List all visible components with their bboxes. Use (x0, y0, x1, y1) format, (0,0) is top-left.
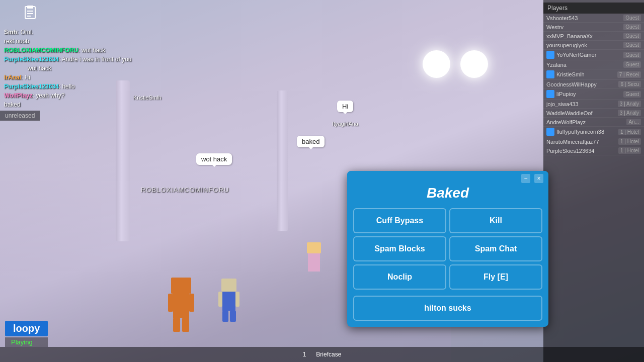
fly-button[interactable]: Fly [E] (449, 264, 542, 290)
kill-button[interactable]: Kill (449, 208, 542, 233)
chat-line: ROBLOXIAMCOMINFORU: wot hack (4, 46, 137, 55)
chat-line: wot hack (4, 64, 137, 73)
right-panel: Players Vshooter543 Guest Westrv Guest x… (543, 0, 644, 362)
cuff-bypass-button[interactable]: Cuff Bypass (353, 208, 446, 233)
roblox-char-1 (171, 278, 191, 332)
player-row: KristieSmlh 7 | Recei (543, 69, 644, 80)
noclip-button[interactable]: Noclip (353, 264, 446, 290)
hack-menu: − × Baked Cuff Bypass Kill Spam Blocks S… (347, 171, 548, 327)
bottom-bar: 1 Briefcase (0, 347, 644, 362)
chat-line: IrAnal: Hi (4, 73, 137, 82)
chat-line: WolfPlayz: yeah why? (4, 91, 137, 100)
player-row: NarutoMinecraftjaz77 1 | Hotel (543, 137, 644, 146)
player-row: liPupioy Guest (543, 89, 644, 100)
speech-bubble-baked: baked (297, 136, 325, 147)
chat-line: rekt noob (4, 37, 137, 46)
player-row: Vshooter543 Guest (543, 14, 644, 23)
player-row: AndreWolfPlayz An... (543, 118, 644, 127)
player-info: loopy Playing (5, 321, 48, 347)
top-left-icon (23, 5, 38, 23)
speech-bubble-hi: Hi (337, 101, 353, 112)
right-panel-header: Players (543, 3, 644, 14)
hack-menu-footer: hilton sucks (347, 296, 548, 327)
player-icon (546, 70, 554, 78)
glowing-eyes (423, 50, 488, 78)
player-label-ityagirlana: ItyagirlAna (332, 121, 358, 127)
svg-rect-1 (27, 6, 33, 9)
right-panel-title: Players (547, 5, 568, 12)
speech-bubble-wothack: wot hack (196, 153, 232, 165)
close-button[interactable]: × (534, 174, 543, 183)
hack-menu-buttons: Cuff Bypass Kill Spam Blocks Spam Chat N… (347, 208, 548, 296)
spam-chat-button[interactable]: Spam Chat (449, 236, 542, 261)
player-row: WaddleWaddleOof 3 | Analy (543, 109, 644, 118)
player-label-kristiesmh: KristieSmlh (133, 95, 162, 101)
player-row: YoYoNerfGamer Guest (543, 50, 644, 60)
player-row: xxMVP_BananaXx Guest (543, 32, 644, 41)
player-row: PurpleSkies123634 1 | Hotel (543, 146, 644, 155)
player-row: yoursuperuglyok Guest (543, 41, 644, 50)
player-icon (546, 128, 554, 136)
spam-blocks-button[interactable]: Spam Blocks (353, 236, 446, 261)
chat-line: PurpleSkies123634: hello (4, 82, 137, 91)
roblox-char-2 (221, 279, 236, 322)
minimize-button[interactable]: − (521, 174, 530, 183)
player-row: Yzalana Guest (543, 60, 644, 69)
roblox-char-3 (307, 242, 321, 272)
world-label: ROBLOXIAMCOMINFORU (141, 186, 229, 194)
player-row: jojo_siwa433 3 | Analy (543, 100, 644, 109)
player-row: fluffypuffyunicorn38 1 | Hotel (543, 127, 644, 137)
player-name: loopy (5, 321, 48, 336)
unreleased-badge: unreleased (0, 111, 40, 121)
pillar-2 (277, 90, 288, 231)
player-status: Playing (5, 337, 48, 347)
player-row: Westrv Guest (543, 23, 644, 32)
chat-panel: Smh: Oml. rekt noob ROBLOXIAMCOMINFORU: … (0, 25, 141, 112)
chat-line: Smh: Oml. (4, 28, 137, 37)
chat-line: baked (4, 100, 137, 109)
briefcase-label: Briefcase (316, 351, 341, 358)
chat-line: PurpleSkies123634: Andre i was in front … (4, 55, 137, 64)
bottom-number: 1 (303, 351, 306, 358)
hack-menu-titlebar: − × (347, 171, 548, 183)
player-icon (546, 51, 554, 59)
hilton-sucks-button[interactable]: hilton sucks (353, 296, 542, 321)
player-icon (546, 90, 554, 98)
hack-menu-title: Baked (347, 183, 548, 208)
player-row: GoodnessWillHappy 6 | Secu (543, 80, 644, 89)
